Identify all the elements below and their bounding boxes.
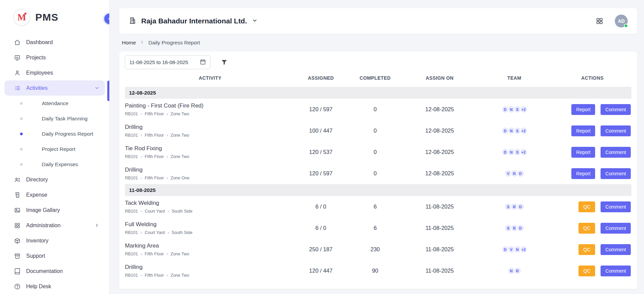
comment-button[interactable]: Comment [601,244,631,255]
chevron-right-icon: › [168,230,169,235]
report-button[interactable]: Report [571,125,595,136]
sidebar-item-employees[interactable]: Employees [4,65,105,80]
help-circle-icon [14,283,21,290]
team-avatar: D [517,170,525,177]
chevron-right-icon: › [141,133,142,138]
col-header-team: TEAM [475,75,553,81]
sidebar-item-label: Activities [26,85,48,91]
chevron-right-icon: › [141,230,142,235]
qc-button[interactable]: QC [578,223,595,234]
sidebar-subitem-label: Daily Expenses [42,161,78,168]
sidebar-item-dashboard[interactable]: Dashboard [4,35,105,50]
date-range-value: 11-08-2025 to 16-08-2025 [129,59,188,65]
sidebar-item-label: Employees [26,70,53,76]
qc-button[interactable]: QC [578,201,595,212]
bullet-dot-icon [20,117,23,120]
user-avatar[interactable]: AD [615,15,628,27]
sidebar-item-help-desk[interactable]: Help Desk [4,279,105,294]
report-button[interactable]: Report [571,147,595,158]
chevron-right-icon: › [167,154,168,159]
comment-button[interactable]: Comment [601,266,631,276]
assign-on-value: 12-08-2025 [404,149,475,155]
qc-button[interactable]: QC [578,266,595,276]
row-actions: QC Comment [553,223,631,234]
comment-button[interactable]: Comment [601,201,631,212]
sidebar-item-activities[interactable]: Activities [4,80,105,96]
sidebar-item-label: Help Desk [26,283,51,290]
path-zone: Zone One [171,176,190,180]
chevron-right-icon: › [141,154,142,159]
team-extra-badge: +2 [520,127,528,135]
sidebar-nav: Dashboard Projects Employees Activities [0,35,109,294]
team-avatars: DNS+2 [475,105,553,113]
team-avatar: R [514,267,521,275]
path-floor: Court Yard [145,230,165,235]
activity-name: Drilling [125,124,295,131]
chevron-right-icon [94,223,99,228]
users-icon [14,176,21,183]
sidebar-item-administration[interactable]: Administration [4,218,105,233]
table-row: Tie Rod Fixing RB101 › Fifth Floor › Zon… [125,141,631,163]
path-floor: Fifth Floor [145,154,164,159]
team-extra-badge: +2 [520,246,528,253]
sidebar-item-label: Image Gallary [26,207,60,213]
row-actions: Report Comment [553,125,631,136]
sidebar-subitem-daily-expenses[interactable]: Daily Expenses [4,157,105,172]
table-row: Tack Welding RB101 › Court Yard › South … [125,196,631,217]
bullet-dot-icon [20,102,23,105]
image-icon [14,207,21,214]
col-header-assigned: ASSIGNED [295,75,346,81]
row-actions: QC Comment [553,244,631,255]
sidebar-subitem-attendance[interactable]: Attendance [4,96,105,111]
assigned-value: 6 / 0 [295,225,346,231]
activity-path: RB101 › Fifth Floor › Zone Two [125,112,295,116]
activity-path: RB101 › Fifth Floor › Zone Two [125,133,295,138]
team-avatars: DNS+2 [475,127,553,135]
sidebar-item-documentation[interactable]: Documentation [4,263,105,279]
sidebar-subitem-daily-task-planning[interactable]: Daily Task Planning [4,111,105,126]
completed-value: 0 [346,106,404,113]
comment-button[interactable]: Comment [601,125,631,136]
breadcrumb: Home Daily Progress Report [122,40,637,46]
path-project: RB101 [125,112,138,116]
chevron-down-icon [94,85,99,91]
chevron-right-icon: › [167,176,168,180]
team-avatar: D [517,203,525,211]
qc-button[interactable]: QC [578,244,595,255]
table-row: Marking Area RB101 › Fifth Floor › Zone … [125,239,631,260]
main-area: Raja Bahadur International Ltd. AD Home [110,0,644,294]
table-row: Drilling RB101 › Fifth Floor › Zone Two … [125,120,631,141]
filter-funnel-icon[interactable] [221,59,228,66]
report-button[interactable]: Report [571,104,595,115]
comment-button[interactable]: Comment [601,223,631,234]
header-actions: AD [596,15,628,27]
breadcrumb-home-link[interactable]: Home [122,40,136,46]
apps-grid-icon[interactable] [596,17,603,25]
chevron-right-icon [140,40,144,46]
sidebar-item-expense[interactable]: Expense [4,187,105,202]
activity-name: Marking Area [125,242,295,249]
home-icon [14,39,21,46]
sidebar-item-inventory[interactable]: Inventory [4,233,105,248]
sidebar-subitem-daily-progress-report[interactable]: Daily Progress Report [4,126,105,141]
comment-button[interactable]: Comment [601,147,631,158]
grid-icon [14,222,21,229]
sidebar-item-image-gallery[interactable]: Image Gallary [4,202,105,218]
sidebar-item-label: Documentation [26,268,63,274]
report-button[interactable]: Report [571,168,595,179]
path-project: RB101 [125,252,138,256]
path-floor: Court Yard [145,209,165,214]
sidebar-item-directory[interactable]: Directory [4,172,105,187]
comment-button[interactable]: Comment [601,168,631,179]
row-actions: Report Comment [553,104,631,115]
projects-icon [14,54,21,61]
sidebar-item-projects[interactable]: Projects [4,50,105,65]
comment-button[interactable]: Comment [601,104,631,115]
team-avatars: DVN+2 [475,246,553,253]
completed-value: 6 [346,225,404,231]
date-range-input[interactable]: 11-08-2025 to 16-08-2025 [125,55,210,69]
sidebar-subitem-project-report[interactable]: Project Report [4,141,105,157]
sidebar-item-support[interactable]: Support [4,248,105,263]
company-selector[interactable]: Raja Bahadur International Ltd. [129,17,258,26]
path-zone: South Side [172,230,192,235]
